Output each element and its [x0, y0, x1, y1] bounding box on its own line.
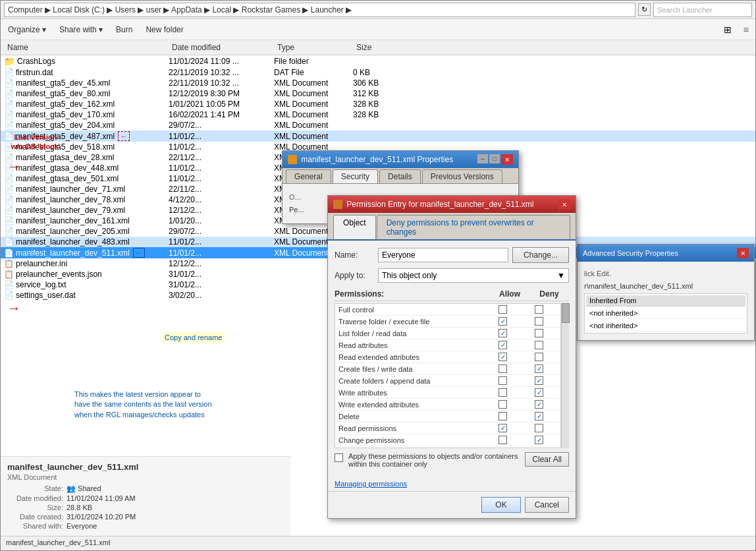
deny-checkbox[interactable] — [535, 400, 543, 409]
properties-title: manifest_launcher_dev_511.xml Properties — [301, 155, 453, 164]
allow-checkbox[interactable] — [499, 400, 507, 409]
perm-row[interactable]: List folder / read data — [335, 328, 560, 339]
table-row[interactable]: 📁 CrashLogs 11/01/2024 11:09 ... File fo… — [1, 55, 755, 67]
deny-checkbox[interactable] — [535, 305, 543, 314]
col-type[interactable]: Type — [274, 42, 353, 53]
perm-row[interactable]: Read permissions — [335, 422, 560, 434]
file-date: 11/01/2... — [169, 132, 274, 141]
file-name: manifest_gta5_dev_80.xml — [16, 89, 110, 98]
tab-previous-versions[interactable]: Previous Versions — [422, 169, 502, 183]
allow-checkbox[interactable] — [499, 317, 507, 326]
scrollbar-thumb[interactable] — [562, 303, 570, 323]
perm-row[interactable]: Write attributes — [335, 387, 560, 399]
search-box[interactable]: Search Launcher — [653, 3, 752, 17]
perm-permission-name: Read extended attributes — [338, 353, 485, 361]
advanced-close[interactable]: ✕ — [737, 248, 749, 258]
perm-change-btn[interactable]: Change... — [512, 247, 569, 263]
allow-checkbox[interactable] — [499, 376, 507, 385]
perm-tab-object[interactable]: Object — [333, 215, 376, 239]
perm-row[interactable]: Read attributes — [335, 339, 560, 351]
table-row[interactable]: 📄 manifest_gta5_dev_487.xml ← 11/01/2...… — [1, 130, 755, 142]
deny-checkbox-cell — [521, 353, 557, 361]
allow-checkbox[interactable] — [499, 436, 507, 444]
col-name[interactable]: Name — [4, 42, 169, 53]
table-row[interactable]: 📄 manifest_gta5_dev_80.xml 12/12/2019 8:… — [1, 88, 755, 99]
apply-checkbox[interactable] — [335, 453, 343, 462]
deny-checkbox[interactable] — [535, 424, 543, 432]
inherited-val-2: <not inherited> — [586, 320, 745, 332]
organize-button[interactable]: Organize ▾ — [4, 24, 50, 36]
ok-button[interactable]: OK — [481, 497, 520, 513]
col-size[interactable]: Size — [353, 42, 406, 53]
perm-permission-name: Create files / write data — [338, 365, 485, 373]
share-button[interactable]: Share with ▾ — [55, 24, 107, 36]
file-date: 11/01/2... — [169, 237, 274, 246]
table-row[interactable]: 📄 manifest_gta5_dev_45.xml 22/11/2019 10… — [1, 78, 755, 88]
scrollbar[interactable] — [561, 303, 569, 448]
inherited-row-2: <not inherited> — [586, 320, 745, 332]
deny-checkbox[interactable] — [535, 329, 543, 337]
file-date-modified: 11/01/2024 11:09 AM — [67, 494, 139, 503]
table-row[interactable]: 📄 manifest_gta5_dev_204.xml 29/07/2... X… — [1, 120, 755, 130]
file-name: settings_user.dat — [16, 291, 76, 300]
perm-row[interactable]: Create folders / append data — [335, 375, 560, 387]
deny-checkbox[interactable] — [535, 364, 543, 373]
file-date: 11/01/2... — [169, 248, 274, 258]
advanced-dialog: Advanced Security Properties ✕ lick Edit… — [577, 244, 755, 341]
deny-checkbox[interactable] — [535, 317, 543, 326]
file-icon: 📄 — [4, 280, 14, 289]
table-row[interactable]: 📄 manifest_gta5_dev_162.xml 1/01/2021 10… — [1, 99, 755, 109]
managing-permissions-link[interactable]: Managing permissions — [328, 475, 576, 491]
perm-tab-deny[interactable]: Deny permissions to prevent overwrites o… — [377, 215, 570, 239]
arrow-2: → — [7, 301, 20, 316]
allow-checkbox[interactable] — [499, 424, 507, 432]
tab-general[interactable]: General — [286, 169, 331, 183]
allow-checkbox[interactable] — [499, 305, 507, 314]
perm-apply-select[interactable]: This object only ▼ — [378, 268, 569, 283]
allow-checkbox[interactable] — [499, 412, 507, 420]
perm-row[interactable]: Delete — [335, 411, 560, 422]
deny-checkbox[interactable] — [535, 341, 543, 349]
properties-close[interactable]: ✕ — [501, 154, 513, 165]
new-folder-button[interactable]: New folder — [142, 24, 187, 36]
deny-checkbox[interactable] — [535, 353, 543, 361]
deny-checkbox[interactable] — [535, 412, 543, 420]
burn-button[interactable]: Burn — [112, 24, 136, 36]
allow-checkbox[interactable] — [499, 329, 507, 337]
tab-details[interactable]: Details — [379, 169, 421, 183]
arrow-1: → — [7, 159, 20, 174]
allow-checkbox[interactable] — [499, 341, 507, 349]
properties-minimize[interactable]: ─ — [477, 154, 488, 163]
allow-checkbox[interactable] — [499, 388, 507, 397]
file-name: manifest_launcher_dev_161.xml — [16, 216, 130, 225]
allow-checkbox[interactable] — [499, 364, 507, 373]
perm-icon — [333, 200, 342, 209]
perm-row[interactable]: Write extended attributes — [335, 399, 560, 411]
view-toggle[interactable]: ⊞ — [720, 23, 735, 36]
perm-row[interactable]: Change permissions — [335, 434, 560, 446]
perm-row[interactable]: Read extended attributes — [335, 351, 560, 363]
table-row[interactable]: 📄 firstrun.dat 22/11/2019 10:32 ... DAT … — [1, 67, 755, 78]
deny-checkbox-cell — [521, 329, 557, 337]
table-row[interactable]: 📄 manifest_gta5_dev_170.xml 16/02/2021 1… — [1, 109, 755, 120]
col-date[interactable]: Date modified — [169, 42, 274, 53]
deny-checkbox[interactable] — [535, 436, 543, 444]
file-name-cell: 📄 manifest_gta5_dev_45.xml — [4, 78, 169, 88]
details-toggle[interactable]: ≡ — [740, 23, 752, 36]
clear-all-btn[interactable]: Clear All — [525, 452, 569, 467]
allow-checkbox[interactable] — [499, 353, 507, 361]
deny-checkbox[interactable] — [535, 376, 543, 385]
properties-maximize[interactable]: □ — [489, 154, 500, 163]
file-date: 1/01/2021 10:05 PM — [169, 100, 274, 109]
file-name-cell: 📄 manifest_gta5_dev_162.xml — [4, 100, 169, 109]
deny-checkbox[interactable] — [535, 388, 543, 397]
perm-row[interactable]: Traverse folder / execute file — [335, 316, 560, 328]
cancel-button[interactable]: Cancel — [525, 497, 569, 513]
perm-entry-close[interactable]: ✕ — [558, 199, 570, 210]
refresh-button[interactable]: ↻ — [638, 3, 651, 16]
allow-checkbox-cell — [485, 353, 521, 361]
perm-row[interactable]: Create files / write data — [335, 363, 560, 375]
perm-row[interactable]: Full control — [335, 304, 560, 316]
tab-security[interactable]: Security — [333, 169, 378, 183]
address-path[interactable]: Computer ▶ Local Disk (C:) ▶ Users ▶ use… — [4, 3, 635, 17]
